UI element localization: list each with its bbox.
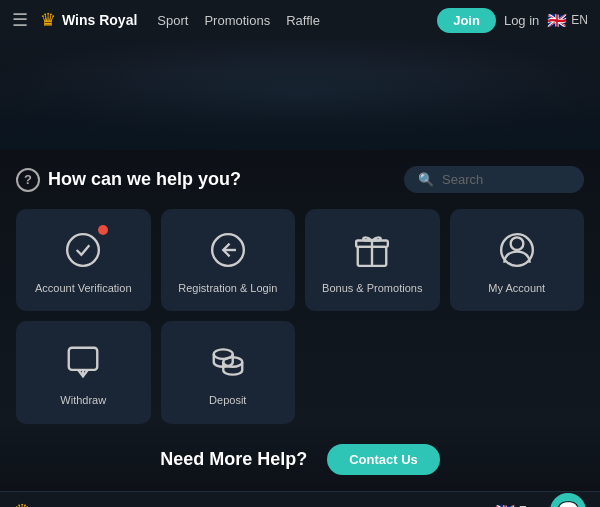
card-label-bonus-promotions: Bonus & Promotions bbox=[322, 281, 422, 295]
header: ☰ ♛ Wins Royal Sport Promotions Raffle J… bbox=[0, 0, 600, 40]
footer-language-selector[interactable]: 🇬🇧 Eng bbox=[495, 502, 540, 507]
account-verification-icon-wrap bbox=[62, 229, 104, 271]
search-box[interactable]: 🔍 bbox=[404, 166, 584, 193]
card-label-registration-login: Registration & Login bbox=[178, 281, 277, 295]
footer-flag-icon: 🇬🇧 bbox=[495, 502, 515, 507]
card-withdraw[interactable]: Withdraw bbox=[16, 321, 151, 423]
gift-svg bbox=[353, 231, 391, 269]
card-label-withdraw: Withdraw bbox=[60, 393, 106, 407]
help-title: How can we help you? bbox=[48, 169, 241, 190]
card-label-account-verification: Account Verification bbox=[35, 281, 132, 295]
cards-grid-bottom: Withdraw Deposit bbox=[16, 321, 584, 423]
person-icon bbox=[496, 229, 538, 271]
header-brand: Wins Royal bbox=[62, 12, 137, 28]
card-placeholder-1 bbox=[305, 321, 440, 423]
header-nav: Sport Promotions Raffle bbox=[157, 13, 320, 28]
card-deposit[interactable]: Deposit bbox=[161, 321, 296, 423]
flag-icon: 🇬🇧 bbox=[547, 11, 567, 30]
help-title-wrap: ? How can we help you? bbox=[16, 168, 241, 192]
notification-badge bbox=[98, 225, 108, 235]
card-placeholder-2 bbox=[450, 321, 585, 423]
gift-icon bbox=[351, 229, 393, 271]
card-bonus-promotions[interactable]: Bonus & Promotions bbox=[305, 209, 440, 311]
person-svg bbox=[498, 231, 536, 269]
header-logo: ♛ Wins Royal bbox=[40, 9, 137, 31]
cards-grid-top: Account Verification Registration & Logi… bbox=[16, 209, 584, 311]
help-question-icon: ? bbox=[16, 168, 40, 192]
help-header: ? How can we help you? 🔍 bbox=[16, 166, 584, 193]
search-icon: 🔍 bbox=[418, 172, 434, 187]
check-circle-svg bbox=[64, 231, 102, 269]
lang-label: EN bbox=[571, 13, 588, 27]
language-selector[interactable]: 🇬🇧 EN bbox=[547, 11, 588, 30]
crown-icon: ♛ bbox=[40, 9, 56, 31]
card-label-my-account: My Account bbox=[488, 281, 545, 295]
need-more-help-section: Need More Help? Contact Us bbox=[0, 424, 600, 491]
card-registration-login[interactable]: Registration & Login bbox=[161, 209, 296, 311]
card-label-deposit: Deposit bbox=[209, 393, 246, 407]
svg-point-6 bbox=[510, 237, 523, 250]
footer-logo: ♛ Wins Royal bbox=[14, 500, 106, 507]
nav-promotions[interactable]: Promotions bbox=[204, 13, 270, 28]
header-actions: Join Log in 🇬🇧 EN bbox=[437, 8, 588, 33]
footer-right: 🇬🇧 Eng 💬 bbox=[495, 493, 586, 507]
arrow-left-icon bbox=[207, 229, 249, 271]
footer-crown-icon: ♛ bbox=[14, 500, 30, 507]
arrow-left-svg bbox=[209, 231, 247, 269]
card-account-verification[interactable]: Account Verification bbox=[16, 209, 151, 311]
svg-rect-8 bbox=[69, 348, 98, 370]
checkmark-icon bbox=[62, 229, 104, 271]
hero-section bbox=[0, 40, 600, 150]
hero-trees-decoration bbox=[0, 70, 600, 150]
main-content: ? How can we help you? 🔍 Account Verific… bbox=[0, 150, 600, 424]
nav-raffle[interactable]: Raffle bbox=[286, 13, 320, 28]
card-my-account[interactable]: My Account bbox=[450, 209, 585, 311]
footer-brand: Wins Royal bbox=[36, 504, 106, 507]
need-more-help-title: Need More Help? bbox=[160, 449, 307, 470]
withdraw-icon bbox=[62, 341, 104, 383]
chat-icon: 💬 bbox=[557, 500, 579, 507]
coins-icon bbox=[207, 341, 249, 383]
nav-sport[interactable]: Sport bbox=[157, 13, 188, 28]
search-input[interactable] bbox=[442, 172, 570, 187]
coins-svg bbox=[209, 343, 247, 381]
menu-icon[interactable]: ☰ bbox=[12, 9, 28, 31]
contact-us-button[interactable]: Contact Us bbox=[327, 444, 440, 475]
withdraw-svg bbox=[64, 343, 102, 381]
chat-bubble-button[interactable]: 💬 bbox=[550, 493, 586, 507]
login-button[interactable]: Log in bbox=[504, 13, 539, 28]
join-button[interactable]: Join bbox=[437, 8, 496, 33]
footer: ♛ Wins Royal 🇬🇧 Eng 💬 bbox=[0, 491, 600, 507]
svg-point-0 bbox=[67, 234, 99, 266]
